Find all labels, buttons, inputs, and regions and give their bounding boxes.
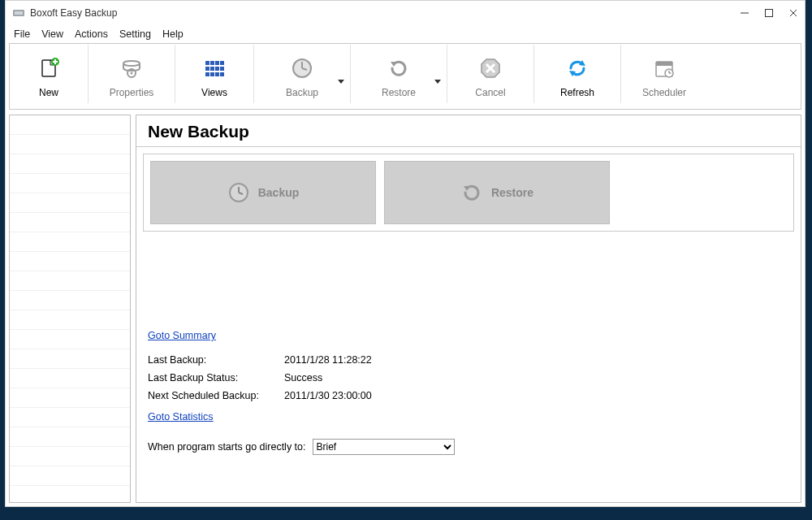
toolbar-cancel: Cancel bbox=[447, 44, 533, 104]
last-backup-label: Last Backup: bbox=[148, 352, 278, 370]
list-item[interactable] bbox=[10, 310, 130, 330]
clock-icon bbox=[227, 181, 250, 204]
svg-rect-23 bbox=[210, 72, 214, 76]
svg-rect-3 bbox=[766, 10, 773, 17]
menu-help[interactable]: Help bbox=[162, 28, 184, 40]
big-restore-button[interactable]: Restore bbox=[384, 161, 610, 224]
svg-marker-30 bbox=[391, 62, 397, 67]
main-title: New Backup bbox=[136, 115, 801, 147]
menu-file[interactable]: File bbox=[14, 28, 30, 40]
toolbar-item-label: Scheduler bbox=[642, 88, 686, 98]
list-item[interactable] bbox=[10, 213, 130, 232]
main-panel: New Backup Backup bbox=[136, 115, 801, 503]
toolbar-item-label: Restore bbox=[382, 88, 416, 98]
scheduler-icon bbox=[651, 55, 677, 81]
maximize-button[interactable] bbox=[764, 8, 774, 18]
list-item[interactable] bbox=[10, 369, 130, 388]
svg-rect-15 bbox=[210, 61, 214, 65]
list-item[interactable] bbox=[10, 388, 130, 408]
svg-marker-29 bbox=[338, 80, 344, 84]
svg-point-11 bbox=[123, 61, 140, 66]
menubar: File View Actions Setting Help bbox=[6, 25, 805, 43]
toolbar-refresh[interactable]: Refresh bbox=[534, 44, 620, 104]
list-item[interactable] bbox=[10, 115, 130, 135]
close-button[interactable] bbox=[788, 8, 798, 18]
svg-rect-24 bbox=[215, 72, 219, 76]
menu-actions[interactable]: Actions bbox=[75, 28, 108, 40]
new-icon bbox=[36, 55, 62, 81]
list-item[interactable] bbox=[10, 408, 130, 427]
big-backup-button[interactable]: Backup bbox=[150, 161, 376, 224]
refresh-icon bbox=[564, 55, 590, 81]
toolbar-views[interactable]: Views bbox=[175, 44, 253, 104]
start-mode-label: When program starts go directly to: bbox=[148, 441, 306, 453]
svg-rect-1 bbox=[15, 11, 23, 15]
menu-setting[interactable]: Setting bbox=[119, 28, 151, 40]
toolbar-item-label: Cancel bbox=[475, 88, 505, 98]
properties-icon bbox=[119, 55, 145, 81]
svg-rect-16 bbox=[215, 61, 219, 65]
last-backup-value: 2011/1/28 11:28:22 bbox=[284, 352, 372, 370]
last-backup-status-value: Success bbox=[284, 370, 322, 388]
next-scheduled-value: 2011/1/30 23:00:00 bbox=[284, 388, 372, 405]
list-item[interactable] bbox=[10, 193, 130, 213]
list-item[interactable] bbox=[10, 252, 130, 271]
toolbar-restore: Restore bbox=[351, 44, 447, 104]
svg-rect-19 bbox=[210, 67, 214, 71]
big-restore-label: Restore bbox=[491, 186, 533, 199]
restore-icon bbox=[386, 55, 412, 81]
toolbar-item-label: Views bbox=[201, 88, 227, 98]
list-item[interactable] bbox=[10, 154, 130, 174]
list-item[interactable] bbox=[10, 174, 130, 193]
chevron-down-icon bbox=[338, 78, 344, 84]
svg-point-13 bbox=[131, 72, 133, 75]
last-backup-status-label: Last Backup Status: bbox=[148, 370, 278, 388]
app-icon bbox=[12, 6, 25, 20]
cancel-icon bbox=[477, 55, 503, 81]
window-controls bbox=[740, 8, 798, 18]
toolbar-backup: Backup bbox=[254, 44, 350, 104]
app-window: Boxoft Easy Backup File View Actions Set… bbox=[5, 0, 806, 507]
svg-marker-31 bbox=[434, 80, 441, 84]
list-item[interactable] bbox=[10, 291, 130, 310]
backup-icon bbox=[289, 55, 315, 81]
goto-summary-link[interactable]: Goto Summary bbox=[148, 330, 216, 341]
list-item[interactable] bbox=[10, 447, 130, 466]
titlebar-left: Boxoft Easy Backup bbox=[12, 6, 117, 20]
app-title: Boxoft Easy Backup bbox=[30, 7, 117, 19]
minimize-button[interactable] bbox=[740, 8, 749, 18]
svg-marker-45 bbox=[464, 186, 470, 191]
list-item[interactable] bbox=[10, 135, 130, 154]
svg-rect-20 bbox=[215, 67, 219, 71]
start-mode-select[interactable]: Brief bbox=[313, 439, 455, 455]
next-scheduled-label: Next Scheduled Backup: bbox=[148, 388, 278, 405]
toolbar-item-label: Backup bbox=[286, 88, 318, 98]
list-item[interactable] bbox=[10, 232, 130, 252]
toolbar-item-label: Refresh bbox=[560, 88, 594, 98]
toolbar-item-label: Properties bbox=[110, 88, 154, 98]
svg-rect-38 bbox=[656, 62, 672, 66]
titlebar: Boxoft Easy Backup bbox=[6, 1, 805, 25]
list-item[interactable] bbox=[10, 271, 130, 291]
svg-rect-18 bbox=[205, 67, 209, 71]
toolbar-properties: Properties bbox=[89, 44, 175, 104]
svg-rect-14 bbox=[205, 61, 209, 65]
toolbar-new[interactable]: New bbox=[10, 44, 88, 104]
svg-rect-25 bbox=[220, 72, 224, 76]
big-backup-label: Backup bbox=[258, 186, 300, 199]
content-row: New Backup Backup bbox=[9, 115, 801, 503]
menu-view[interactable]: View bbox=[41, 28, 63, 40]
backup-jobs-list[interactable] bbox=[9, 115, 131, 503]
toolbar-row: NewPropertiesViewsBackupRestoreCancelRef… bbox=[10, 44, 801, 104]
list-item[interactable] bbox=[10, 427, 130, 447]
toolbar: NewPropertiesViewsBackupRestoreCancelRef… bbox=[9, 43, 801, 110]
svg-rect-17 bbox=[220, 61, 224, 65]
list-item[interactable] bbox=[10, 466, 130, 486]
list-item[interactable] bbox=[10, 349, 130, 369]
list-item[interactable] bbox=[10, 330, 130, 349]
goto-statistics-link[interactable]: Goto Statistics bbox=[148, 411, 214, 422]
chevron-down-icon bbox=[434, 78, 441, 84]
toolbar-scheduler: Scheduler bbox=[621, 44, 707, 104]
start-mode-row: When program starts go directly to: Brie… bbox=[136, 431, 801, 455]
big-action-box: Backup Restore bbox=[143, 154, 794, 232]
